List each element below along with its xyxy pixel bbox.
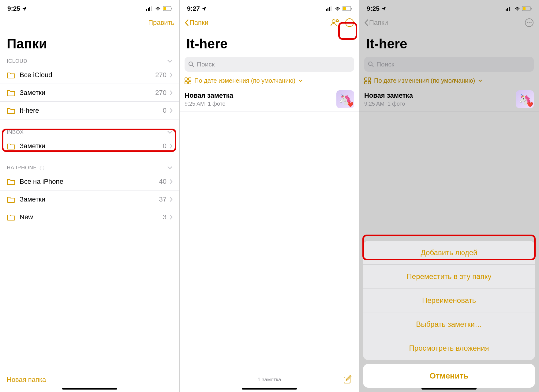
search-input[interactable]: Поиск [364, 57, 534, 72]
chevron-right-icon [170, 197, 173, 202]
note-title: Новая заметка [364, 92, 516, 100]
status-time: 9:25 [7, 5, 20, 12]
sort-row[interactable]: По дате изменения (по умолчанию) [359, 75, 539, 87]
svg-rect-0 [146, 9, 147, 11]
svg-rect-37 [509, 7, 510, 11]
search-icon [368, 61, 374, 67]
page-title: Папки [0, 32, 179, 55]
svg-rect-35 [506, 9, 507, 11]
nav-bar: Папки [359, 13, 539, 32]
section-header-oniphone[interactable]: НА IPHONE [0, 162, 179, 173]
sheet-rename[interactable]: Переименовать [363, 288, 535, 312]
battery-icon [522, 6, 532, 11]
note-row[interactable]: Новая заметка 9:25 AM 1 фото 🦄❤️ [359, 87, 539, 111]
folder-icon [7, 178, 15, 185]
back-button[interactable]: Папки [364, 19, 388, 27]
search-input[interactable]: Поиск [185, 57, 354, 72]
svg-rect-15 [326, 9, 327, 11]
svg-point-26 [349, 22, 350, 23]
sheet-cancel[interactable]: Отменить [363, 364, 535, 388]
svg-rect-50 [365, 81, 367, 84]
share-people-icon[interactable] [330, 19, 339, 27]
chevron-right-icon [170, 108, 173, 113]
svg-rect-41 [531, 8, 532, 9]
folder-icon [7, 143, 15, 149]
screen-folders: 9:25 Править Папки ICLOUD Все iCloud 270… [0, 0, 180, 392]
chevron-right-icon [170, 179, 173, 184]
svg-rect-13 [40, 168, 41, 170]
location-icon [22, 6, 27, 11]
sheet-add-people[interactable]: Добавить людей [363, 241, 535, 265]
svg-rect-33 [189, 81, 191, 84]
grid-icon [185, 77, 191, 84]
svg-rect-8 [42, 169, 42, 171]
edit-button[interactable]: Править [148, 19, 174, 27]
svg-rect-36 [507, 8, 508, 11]
chevron-left-icon [185, 19, 189, 26]
chevron-right-icon [170, 143, 173, 149]
note-thumbnail: 🦄❤️ [336, 90, 354, 108]
svg-rect-12 [43, 168, 44, 170]
back-button[interactable]: Папки [185, 19, 208, 27]
svg-rect-9 [39, 168, 41, 168]
home-indicator [421, 388, 477, 390]
folder-row-inbox-notes[interactable]: Заметки 0 [0, 137, 179, 155]
sort-row[interactable]: По дате изменения (по умолчанию) [180, 75, 359, 87]
folder-row-all-icloud[interactable]: Все iCloud 270 [0, 66, 179, 84]
svg-rect-30 [185, 78, 187, 80]
folder-row-ithere[interactable]: It-here 0 [0, 102, 179, 119]
wifi-icon [514, 6, 520, 11]
section-header-icloud[interactable]: ICLOUD [0, 55, 179, 66]
svg-rect-31 [189, 78, 191, 80]
svg-point-46 [369, 62, 372, 66]
search-icon [188, 61, 194, 67]
chevron-down-icon [167, 166, 173, 170]
folder-row-all-iphone[interactable]: Все на iPhone 40 [0, 173, 179, 190]
compose-button[interactable] [343, 375, 352, 384]
status-bar: 9:27 [180, 4, 359, 13]
battery-icon [342, 6, 352, 11]
folder-title: It-here [180, 32, 359, 55]
svg-point-28 [189, 62, 193, 66]
sheet-move[interactable]: Переместить в эту папку [363, 265, 535, 288]
svg-point-44 [529, 22, 530, 23]
status-bar: 9:25 [359, 4, 539, 13]
folder-row-iphone-notes[interactable]: Заметки 37 [0, 190, 179, 208]
wifi-icon [335, 6, 341, 11]
svg-point-22 [332, 20, 335, 23]
spinner-icon [39, 166, 44, 171]
folder-row-notes[interactable]: Заметки 270 [0, 84, 179, 102]
signal-icon [146, 6, 153, 11]
svg-rect-6 [171, 8, 172, 9]
sheet-select-notes[interactable]: Выбрать заметки… [363, 312, 535, 336]
grid-icon [364, 77, 371, 84]
svg-rect-20 [343, 7, 346, 10]
more-menu-icon[interactable] [525, 18, 534, 27]
status-time: 9:25 [367, 5, 380, 12]
chevron-down-icon [478, 79, 482, 82]
wifi-icon [155, 6, 161, 11]
more-menu-icon[interactable] [345, 18, 354, 27]
svg-rect-21 [351, 8, 352, 9]
folder-row-new[interactable]: New 3 [0, 208, 179, 226]
svg-rect-5 [163, 7, 166, 10]
svg-rect-7 [42, 166, 42, 167]
signal-icon [326, 6, 333, 11]
svg-point-43 [527, 22, 528, 23]
svg-rect-17 [329, 7, 330, 11]
home-indicator [62, 388, 117, 390]
signal-icon [506, 6, 512, 11]
svg-point-27 [351, 22, 352, 23]
search-placeholder: Поиск [376, 61, 394, 68]
sheet-view-attachments[interactable]: Просмотреть вложения [363, 336, 535, 360]
location-icon [202, 6, 207, 11]
folder-title: It-here [359, 32, 539, 55]
svg-rect-10 [43, 168, 44, 168]
svg-rect-1 [148, 8, 149, 11]
section-header-inbox[interactable]: INBOX [0, 126, 179, 137]
svg-rect-48 [365, 78, 367, 80]
battery-icon [163, 6, 173, 11]
new-folder-button[interactable]: Новая папка [7, 376, 46, 384]
note-row[interactable]: Новая заметка 9:25 AM 1 фото 🦄❤️ [180, 87, 359, 111]
chevron-right-icon [170, 214, 173, 220]
